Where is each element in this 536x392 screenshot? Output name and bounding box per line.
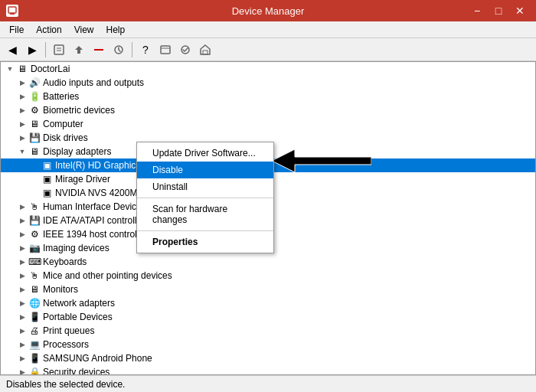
samsung-expander[interactable]: ▶ xyxy=(16,352,28,364)
menu-view[interactable]: View xyxy=(68,23,100,37)
nvidia-expander xyxy=(28,187,41,199)
tree-audio[interactable]: ▶ 🔊 Audio inputs and outputs xyxy=(1,76,535,90)
print-expander[interactable]: ▶ xyxy=(16,325,28,337)
ctx-disable[interactable]: Disable xyxy=(137,162,273,178)
mirage-icon: ▣ xyxy=(41,173,53,185)
tree-portable[interactable]: ▶ 📱 Portable Devices xyxy=(1,310,535,324)
root-expander[interactable]: ▼ xyxy=(4,63,16,75)
hid-expander[interactable]: ▶ xyxy=(16,201,28,213)
keyboards-expander[interactable]: ▶ xyxy=(16,256,28,268)
icon-btn-2[interactable] xyxy=(176,41,194,59)
batteries-icon: 🔋 xyxy=(28,90,41,103)
nvidia-icon: ▣ xyxy=(41,187,53,199)
back-button[interactable]: ◀ xyxy=(3,41,21,59)
intel-expander xyxy=(28,159,41,172)
display-expander[interactable]: ▼ xyxy=(16,145,28,158)
ieee-icon: ⚙ xyxy=(28,228,41,240)
samsung-icon: 📱 xyxy=(28,352,41,364)
computer-icon: 🖥 xyxy=(16,63,28,75)
menu-help[interactable]: Help xyxy=(100,23,132,37)
imaging-expander[interactable]: ▶ xyxy=(16,242,28,254)
icon-btn-1[interactable] xyxy=(156,41,175,59)
ide-icon: 💾 xyxy=(28,214,41,227)
ctx-uninstall[interactable]: Uninstall xyxy=(137,178,273,195)
tree-processors[interactable]: ▶ 💻 Processors xyxy=(1,338,535,351)
ctx-properties[interactable]: Properties xyxy=(137,234,273,250)
svg-rect-5 xyxy=(94,49,103,51)
uninstall-button[interactable] xyxy=(90,41,108,59)
computer-node-icon: 🖥 xyxy=(28,118,41,130)
window-title: Device Manager xyxy=(232,5,305,17)
processors-expander[interactable]: ▶ xyxy=(16,338,28,351)
disk-icon: 💾 xyxy=(28,132,41,144)
monitors-expander[interactable]: ▶ xyxy=(16,283,28,296)
biometric-expander[interactable]: ▶ xyxy=(16,104,28,116)
update-driver-button[interactable] xyxy=(70,41,88,59)
tree-monitors[interactable]: ▶ 🖥 Monitors xyxy=(1,283,535,296)
main-area: ▼ 🖥 DoctorLai ▶ 🔊 Audio inputs and outpu… xyxy=(0,61,536,375)
context-menu: Update Driver Software... Disable Uninst… xyxy=(136,142,274,253)
menu-bar: File Action View Help xyxy=(0,21,536,38)
security-expander[interactable]: ▶ xyxy=(16,366,28,375)
mice-expander[interactable]: ▶ xyxy=(16,270,28,282)
toolbar-separator-1 xyxy=(45,42,46,57)
keyboards-icon: ⌨ xyxy=(28,256,41,268)
ctx-separator-1 xyxy=(137,198,273,198)
portable-expander[interactable]: ▶ xyxy=(16,311,28,323)
processors-icon: 💻 xyxy=(28,338,41,351)
tree-keyboards[interactable]: ▶ ⌨ Keyboards xyxy=(1,255,535,269)
svg-marker-11 xyxy=(272,149,371,172)
ctx-separator-2 xyxy=(137,230,273,231)
help-button[interactable]: ? xyxy=(136,41,155,59)
audio-icon: 🔊 xyxy=(28,77,41,89)
svg-rect-2 xyxy=(54,45,64,54)
portable-icon: 📱 xyxy=(28,311,41,323)
title-bar: Device Manager − □ ✕ xyxy=(0,0,536,21)
audio-expander[interactable]: ▶ xyxy=(16,77,28,89)
tree-biometric[interactable]: ▶ ⚙ Biometric devices xyxy=(1,103,535,117)
menu-file[interactable]: File xyxy=(3,23,30,37)
scan-hardware-button[interactable] xyxy=(109,41,128,59)
batteries-expander[interactable]: ▶ xyxy=(16,90,28,103)
svg-rect-0 xyxy=(8,7,16,13)
status-text: Disables the selected device. xyxy=(6,379,125,390)
forward-button[interactable]: ▶ xyxy=(23,41,41,59)
display-icon: 🖥 xyxy=(28,145,41,158)
status-bar: Disables the selected device. xyxy=(0,375,536,392)
tree-batteries[interactable]: ▶ 🔋 Batteries xyxy=(1,90,535,103)
monitors-icon: 🖥 xyxy=(28,283,41,296)
network-icon: 🌐 xyxy=(28,297,41,309)
toolbar: ◀ ▶ ? xyxy=(0,38,536,61)
maximize-button[interactable]: □ xyxy=(489,3,508,18)
tree-network[interactable]: ▶ 🌐 Network adapters xyxy=(1,296,535,310)
tree-security[interactable]: ▶ 🔒 Security devices xyxy=(1,365,535,375)
ctx-scan-hardware[interactable]: Scan for hardware changes xyxy=(137,201,273,228)
print-icon: 🖨 xyxy=(28,325,41,337)
icon-btn-3[interactable] xyxy=(196,41,214,59)
intel-icon: ▣ xyxy=(41,159,53,172)
arrow-annotation xyxy=(272,149,371,175)
properties-button[interactable] xyxy=(50,41,68,59)
imaging-icon: 📷 xyxy=(28,242,41,254)
tree-root[interactable]: ▼ 🖥 DoctorLai xyxy=(1,62,535,76)
mice-icon: 🖱 xyxy=(28,270,41,282)
ctx-update-driver[interactable]: Update Driver Software... xyxy=(137,145,273,162)
menu-action[interactable]: Action xyxy=(30,23,67,37)
window-controls: − □ ✕ xyxy=(467,3,530,18)
tree-computer[interactable]: ▶ 🖥 Computer xyxy=(1,117,535,131)
network-expander[interactable]: ▶ xyxy=(16,297,28,309)
ieee-expander[interactable]: ▶ xyxy=(16,228,28,240)
app-icon xyxy=(6,5,18,17)
svg-rect-7 xyxy=(161,46,170,54)
tree-mice[interactable]: ▶ 🖱 Mice and other pointing devices xyxy=(1,269,535,283)
tree-print[interactable]: ▶ 🖨 Print queues xyxy=(1,324,535,338)
hid-icon: 🖱 xyxy=(28,201,41,213)
computer-expander[interactable]: ▶ xyxy=(16,118,28,130)
close-button[interactable]: ✕ xyxy=(510,3,530,18)
disk-expander[interactable]: ▶ xyxy=(16,132,28,144)
ide-expander[interactable]: ▶ xyxy=(16,214,28,227)
svg-rect-1 xyxy=(10,13,15,15)
tree-samsung[interactable]: ▶ 📱 SAMSUNG Android Phone xyxy=(1,351,535,365)
mirage-expander xyxy=(28,173,41,185)
minimize-button[interactable]: − xyxy=(467,3,487,18)
